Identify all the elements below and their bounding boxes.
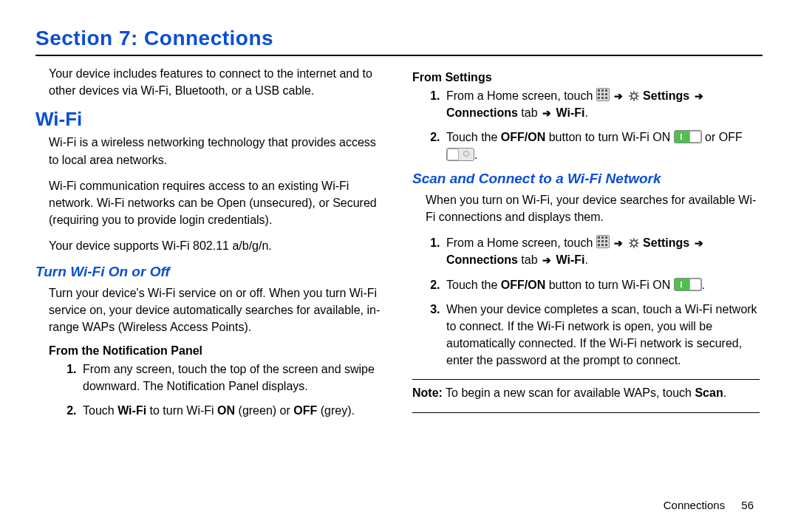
svg-point-9 xyxy=(631,241,636,246)
svg-line-5 xyxy=(630,92,632,94)
footer-chapter: Connections xyxy=(664,499,725,511)
apps-icon xyxy=(596,88,610,101)
notification-panel-steps: From any screen, touch the top of the sc… xyxy=(35,361,383,420)
text-bold: OFF xyxy=(293,404,317,417)
arrow-icon: ➔ xyxy=(695,236,703,250)
list-item: From a Home screen, touch ➔ Settings ➔ C… xyxy=(443,234,760,268)
arrow-icon: ➔ xyxy=(542,106,551,120)
text-bold: Wi-Fi xyxy=(553,106,584,119)
arrow-icon: ➔ xyxy=(614,89,623,103)
text: Touch the xyxy=(446,279,501,291)
text: Touch the xyxy=(446,131,501,143)
svg-point-0 xyxy=(631,94,636,99)
text: Touch xyxy=(83,404,117,417)
list-item: Touch the OFF/ON button to turn Wi-Fi ON… xyxy=(443,276,760,293)
text: to turn Wi-Fi xyxy=(146,404,217,417)
arrow-icon: ➔ xyxy=(695,89,703,103)
text-bold: OFF/ON xyxy=(501,131,545,143)
right-column: From Settings From a Home screen, touch … xyxy=(412,65,760,427)
svg-line-7 xyxy=(630,98,632,100)
arrow-icon: ➔ xyxy=(542,253,551,267)
scan-connect-desc: When you turn on Wi-Fi, your device sear… xyxy=(412,191,760,225)
wifi-desc-2: Wi-Fi communication requires access to a… xyxy=(35,177,383,229)
toggle-on-icon xyxy=(674,278,702,291)
note-divider-bottom xyxy=(412,412,760,413)
text: tab xyxy=(518,253,541,266)
svg-line-15 xyxy=(636,245,638,247)
left-column: Your device includes features to connect… xyxy=(35,65,383,427)
page-footer: Connections 56 xyxy=(664,499,754,511)
list-item: From a Home screen, touch ➔ Settings ➔ C… xyxy=(443,87,760,121)
svg-line-6 xyxy=(636,98,638,100)
text: button to turn Wi-Fi ON xyxy=(545,279,673,291)
two-column-layout: Your device includes features to connect… xyxy=(35,65,763,427)
list-item: Touch the OFF/ON button to turn Wi-Fi ON… xyxy=(443,129,760,163)
note-divider-top xyxy=(412,379,760,380)
text-bold: Connections xyxy=(446,106,518,119)
text-bold: ON xyxy=(217,404,235,417)
svg-line-17 xyxy=(636,239,638,241)
text: tab xyxy=(518,106,541,119)
text-bold: Settings xyxy=(643,89,693,102)
text: To begin a new scan for available WAPs, … xyxy=(443,386,695,399)
arrow-icon: ➔ xyxy=(614,236,623,250)
text: From a Home screen, touch xyxy=(446,236,596,249)
gear-icon xyxy=(628,236,640,248)
wifi-desc-1: Wi-Fi is a wireless networking technolog… xyxy=(35,134,383,168)
footer-page-number: 56 xyxy=(741,499,754,511)
svg-line-16 xyxy=(630,245,632,247)
notification-panel-heading: From the Notification Panel xyxy=(49,344,383,358)
text: From a Home screen, touch xyxy=(446,89,596,102)
toggle-on-icon xyxy=(674,130,702,143)
text-bold: Wi-Fi xyxy=(117,404,146,417)
text-bold: Settings xyxy=(643,236,693,249)
section-title: Section 7: Connections xyxy=(35,27,763,50)
intro-paragraph: Your device includes features to connect… xyxy=(35,65,383,99)
toggle-off-icon xyxy=(446,148,474,161)
note-text: Note: To begin a new scan for available … xyxy=(412,384,760,401)
from-settings-heading: From Settings xyxy=(412,71,760,84)
text: button to turn Wi-Fi ON xyxy=(545,131,673,143)
scan-connect-heading: Scan and Connect to a Wi-Fi Network xyxy=(412,171,760,187)
list-item: Touch Wi-Fi to turn Wi-Fi ON (green) or … xyxy=(80,402,383,419)
turn-wifi-desc: Turn your device's Wi-Fi service on or o… xyxy=(35,284,383,336)
text: (green) or xyxy=(235,404,293,417)
scan-connect-steps: From a Home screen, touch ➔ Settings ➔ C… xyxy=(412,234,760,369)
turn-wifi-heading: Turn Wi-Fi On or Off xyxy=(35,264,383,280)
list-item: From any screen, touch the top of the sc… xyxy=(80,361,383,395)
gear-icon xyxy=(628,89,640,101)
wifi-heading: Wi-Fi xyxy=(35,108,383,131)
apps-icon xyxy=(596,235,610,248)
text-bold: Wi-Fi xyxy=(553,253,584,266)
text-bold: Connections xyxy=(446,253,518,266)
wifi-desc-3: Your device supports Wi-Fi 802.11 a/b/g/… xyxy=(35,237,383,254)
text: (grey). xyxy=(317,404,355,417)
title-divider xyxy=(35,55,763,56)
text-bold: Note: xyxy=(412,386,443,399)
svg-line-8 xyxy=(636,92,638,94)
text-bold: Scan xyxy=(695,386,723,399)
list-item: When your device completes a scan, touch… xyxy=(443,301,760,369)
svg-line-14 xyxy=(630,239,632,241)
text-bold: OFF/ON xyxy=(501,279,545,291)
text: or OFF xyxy=(705,131,743,143)
from-settings-steps: From a Home screen, touch ➔ Settings ➔ C… xyxy=(412,87,760,163)
